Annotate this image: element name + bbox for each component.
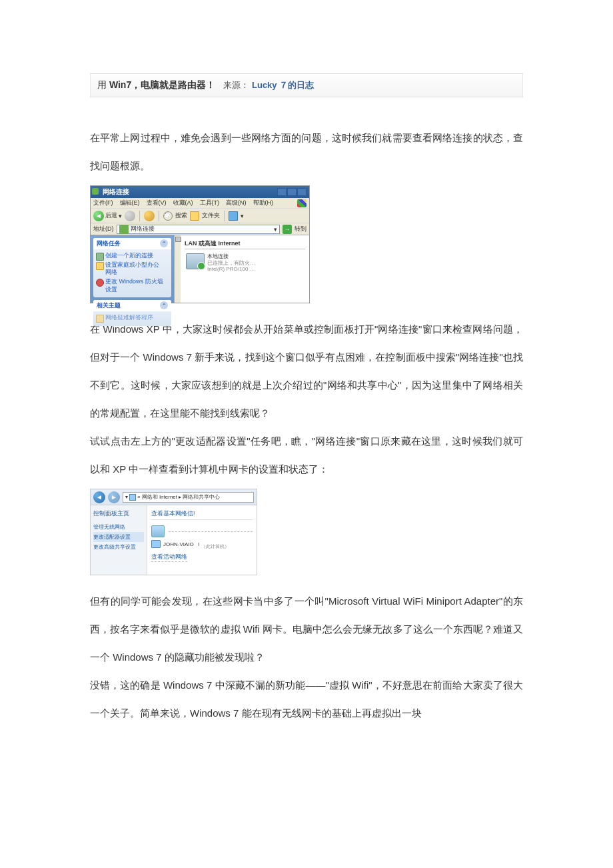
menu-adv[interactable]: 高级(N) [226, 199, 247, 207]
maximize-button[interactable] [287, 188, 297, 196]
collapse-icon[interactable]: ⌃ [160, 239, 168, 247]
forward-button[interactable]: ► [108, 491, 120, 503]
screenshot-xp-network-connections: 网络连接 文件(F) 编辑(E) 查看(V) 收藏(A) 工具(T) 高级(N)… [90, 185, 310, 303]
views-icon[interactable] [229, 211, 238, 221]
title-middle: ，电脑就是路由器！ [131, 79, 215, 90]
minimize-button[interactable] [277, 188, 287, 196]
search-label[interactable]: 搜索 [175, 211, 187, 220]
control-panel-icon [129, 494, 136, 501]
search-icon[interactable] [163, 211, 173, 221]
go-label[interactable]: 转到 [295, 225, 306, 233]
connection-icon [186, 253, 205, 269]
link-change-adapter[interactable]: 更改适配器设置 [93, 532, 144, 542]
folders-icon[interactable] [190, 211, 199, 221]
network-tasks-panel: 网络任务⌃ 创建一个新的连接 设置家庭或小型办公网络 更改 Windows 防火… [93, 238, 171, 297]
title-prefix: 用 [97, 79, 109, 90]
computer-sublabel: （此计算机） [201, 543, 229, 550]
link-manage-wireless[interactable]: 管理无线网络 [93, 522, 144, 532]
task-create-connection[interactable]: 创建一个新的连接 [93, 251, 171, 261]
network-tasks-header: 网络任务 [97, 239, 121, 248]
paragraph-5: 没错，这的确是 Windows 7 中深藏不漏的新功能——"虚拟 Wifi"，不… [90, 671, 523, 727]
menu-edit[interactable]: 编辑(E) [120, 199, 140, 207]
back-button[interactable]: ◄ [93, 491, 105, 503]
connection-name: 本地连接 [207, 253, 255, 260]
back-button[interactable]: ◄后退 ▾ [93, 211, 122, 221]
w7-main-area: 查看基本网络信! JOHN-VIAIO I （此计算机） 查看活动网络 [147, 505, 257, 575]
screenshot-win7-network-center: ◄ ► ▾ « 网络和 Internet ▸ 网络和共享中心 控制面板主页 管理… [90, 489, 257, 575]
menu-fav[interactable]: 收藏(A) [173, 199, 193, 207]
close-button[interactable] [297, 188, 306, 196]
group-lan: LAN 或高速 Internet [185, 239, 305, 249]
windows-flag-icon [297, 199, 306, 207]
connection-local[interactable]: 本地连接 已连接上，有防火… Intel(R) PRO/100 … [185, 252, 305, 274]
related-troubleshoot[interactable]: 网络疑难解答程序 [93, 313, 171, 323]
address-field[interactable]: 网络连接▾ [117, 225, 281, 234]
xp-addressbar: 地址(D) 网络连接▾ →转到 [91, 223, 309, 235]
view-active-networks[interactable]: 查看活动网络 [151, 553, 187, 562]
folders-label[interactable]: 文件夹 [202, 211, 220, 220]
source-link[interactable]: Lucky ７的日志 [252, 80, 314, 90]
xp-window-title: 网络连接 [93, 187, 277, 197]
control-panel-home[interactable]: 控制面板主页 [93, 509, 144, 518]
xp-window-controls[interactable] [277, 188, 306, 196]
go-button[interactable]: → [283, 225, 292, 234]
scrollbar[interactable] [174, 235, 181, 303]
paragraph-4: 但有的同学可能会发现，在这些网卡当中多了一个叫"Microsoft Virtua… [90, 587, 523, 671]
related-topics-panel: 相关主题⌃ 网络疑难解答程序 [93, 300, 171, 326]
menu-file[interactable]: 文件(F) [93, 199, 113, 207]
menu-tools[interactable]: 工具(T) [200, 199, 220, 207]
task-firewall[interactable]: 更改 Windows 防火墙设置 [93, 277, 171, 294]
xp-titlebar: 网络连接 [91, 186, 309, 198]
paragraph-1: 在平常上网过程中，难免会遇到一些网络方面的问题，这时候我们就需要查看网络连接的状… [90, 124, 523, 180]
link-advanced-sharing[interactable]: 更改高级共享设置 [93, 542, 144, 552]
paragraph-3: 试试点击左上方的"更改适配器设置"任务吧，瞧，"网络连接"窗口原来藏在这里，这时… [90, 427, 523, 483]
main-heading: 查看基本网络信! [151, 509, 253, 520]
xp-main-area: LAN 或高速 Internet 本地连接 已连接上，有防火… Intel(R)… [181, 235, 309, 303]
menu-help[interactable]: 帮助(H) [253, 199, 274, 207]
computer-name: JOHN-VIAIO I [151, 540, 199, 548]
xp-toolbar: ◄后退 ▾ 搜索 文件夹 ▾ [91, 209, 309, 223]
task-setup-network[interactable]: 设置家庭或小型办公网络 [93, 261, 171, 277]
connection-device: Intel(R) PRO/100 … [207, 266, 255, 273]
xp-sidebar: 网络任务⌃ 创建一个新的连接 设置家庭或小型办公网络 更改 Windows 防火… [91, 235, 181, 303]
connection-status: 已连接上，有防火… [207, 260, 255, 267]
menu-view[interactable]: 查看(V) [147, 199, 167, 207]
breadcrumb[interactable]: ▾ « 网络和 Internet ▸ 网络和共享中心 [123, 492, 254, 503]
collapse-icon[interactable]: ⌃ [160, 301, 168, 309]
w7-header: ◄ ► ▾ « 网络和 Internet ▸ 网络和共享中心 [91, 489, 257, 505]
xp-menubar: 文件(F) 编辑(E) 查看(V) 收藏(A) 工具(T) 高级(N) 帮助(H… [91, 198, 309, 209]
paragraph-2: 在 Windows XP 中，大家这时候都会从开始菜单或控制面板打开"网络连接"… [90, 315, 523, 427]
related-topics-header: 相关主题 [97, 301, 121, 310]
address-label: 地址(D) [93, 225, 114, 233]
forward-button[interactable] [125, 211, 135, 221]
w7-sidebar: 控制面板主页 管理无线网络 更改适配器设置 更改高级共享设置 [91, 505, 147, 575]
computer-map-icon [151, 525, 165, 537]
title-bold1: Win7 [109, 79, 131, 90]
up-button[interactable] [144, 211, 155, 221]
network-icon [119, 225, 129, 234]
computer-icon [151, 540, 161, 548]
title-bar: 用 Win7，电脑就是路由器！ 来源： Lucky ７的日志 [90, 73, 523, 97]
source-label: 来源： [223, 80, 249, 90]
